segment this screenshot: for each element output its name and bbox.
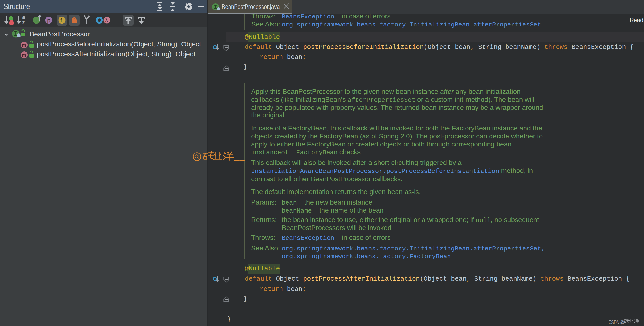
- svg-text:m: m: [22, 52, 26, 58]
- svg-text:λ: λ: [105, 17, 108, 23]
- svg-text:f: f: [60, 17, 62, 24]
- svg-text:I: I: [35, 18, 37, 24]
- svg-text:p: p: [47, 17, 50, 24]
- svg-text:z: z: [22, 20, 25, 26]
- svg-text:m: m: [22, 42, 26, 48]
